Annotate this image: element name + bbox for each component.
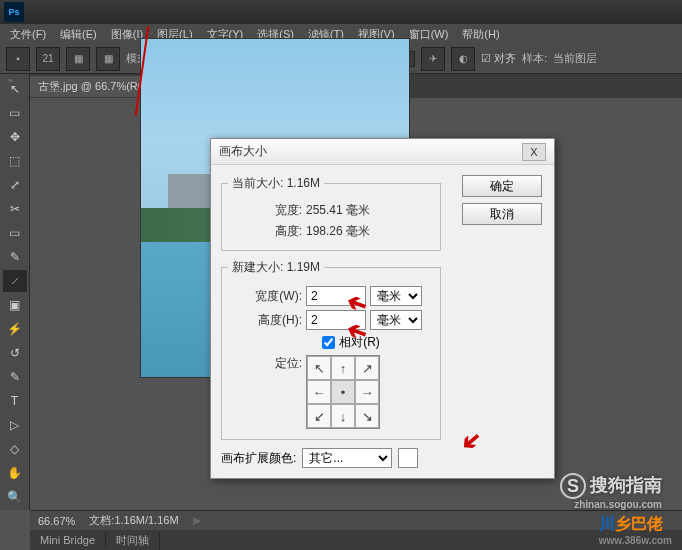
dialog-close-button[interactable]: X <box>522 143 546 161</box>
eraser-tool[interactable]: ⚡ <box>3 318 27 340</box>
cancel-button[interactable]: 取消 <box>462 203 542 225</box>
extend-color-swatch[interactable] <box>398 448 418 468</box>
brush-preset-icon[interactable]: 21 <box>36 47 60 71</box>
anchor-grid: ↖ ↑ ↗ ← • → ↙ ↓ ↘ <box>306 355 380 429</box>
current-size-group: 当前大小: 1.16M 宽度: 255.41 毫米 高度: 198.26 毫米 <box>221 175 441 251</box>
marquee-tool[interactable]: ▭ <box>3 102 27 124</box>
relative-label: 相对(R) <box>339 334 380 351</box>
brush-panel2-icon[interactable]: ▦ <box>96 47 120 71</box>
ok-button[interactable]: 确定 <box>462 175 542 197</box>
relative-checkbox[interactable] <box>322 336 335 349</box>
current-size-legend: 当前大小: 1.16M <box>228 175 324 192</box>
zoom-value[interactable]: 66.67% <box>38 515 75 527</box>
spot-heal-tool[interactable]: ▭ <box>3 222 27 244</box>
quick-select-tool[interactable]: ⬚ <box>3 150 27 172</box>
new-width-unit[interactable]: 毫米 <box>370 286 422 306</box>
flow-pressure-icon[interactable]: ◐ <box>451 47 475 71</box>
current-width-label: 宽度: <box>232 202 302 219</box>
bottom-panel-tabs: Mini Bridge 时间轴 <box>30 530 682 550</box>
airbrush-icon[interactable]: ✈ <box>421 47 445 71</box>
new-width-input[interactable] <box>306 286 366 306</box>
canvas-size-dialog: 画布大小 X 确定 取消 当前大小: 1.16M 宽度: 255.41 毫米 高… <box>210 138 555 479</box>
new-height-label: 高度(H): <box>232 312 302 329</box>
current-width-value: 255.41 毫米 <box>306 202 370 219</box>
sample-label: 样本: <box>522 51 547 66</box>
align-checkbox[interactable]: ☑ 对齐 <box>481 51 516 66</box>
hand-tool[interactable]: ✋ <box>3 462 27 484</box>
history-brush-tool[interactable]: ▣ <box>3 294 27 316</box>
tool-preset-icon[interactable]: ▪ <box>6 47 30 71</box>
dialog-title-bar[interactable]: 画布大小 X <box>211 139 554 165</box>
shape-tool[interactable]: ◇ <box>3 438 27 460</box>
new-width-label: 宽度(W): <box>232 288 302 305</box>
zoom-tool[interactable]: 🔍 <box>3 486 27 508</box>
menu-help[interactable]: 帮助(H) <box>456 25 505 44</box>
app-logo: Ps <box>4 2 24 22</box>
anchor-se[interactable]: ↘ <box>355 404 379 428</box>
extend-color-select[interactable]: 其它... <box>302 448 392 468</box>
clone-stamp-tool[interactable]: ⟋ <box>3 270 27 292</box>
tab-timeline[interactable]: 时间轴 <box>106 531 160 550</box>
brush-panel-icon[interactable]: ▦ <box>66 47 90 71</box>
menu-file[interactable]: 文件(F) <box>4 25 52 44</box>
extend-color-label: 画布扩展颜色: <box>221 450 296 467</box>
anchor-n[interactable]: ↑ <box>331 356 355 380</box>
new-height-unit[interactable]: 毫米 <box>370 310 422 330</box>
anchor-s[interactable]: ↓ <box>331 404 355 428</box>
anchor-e[interactable]: → <box>355 380 379 404</box>
move-tool[interactable]: ↖ <box>3 78 27 100</box>
tab-mini-bridge[interactable]: Mini Bridge <box>30 532 106 548</box>
gradient-tool[interactable]: ↺ <box>3 342 27 364</box>
anchor-ne[interactable]: ↗ <box>355 356 379 380</box>
brush-tool[interactable]: ✎ <box>3 246 27 268</box>
current-height-label: 高度: <box>232 223 302 240</box>
eyedropper-tool[interactable]: ✂ <box>3 198 27 220</box>
crop-tool[interactable]: ⤢ <box>3 174 27 196</box>
doc-size[interactable]: 文档:1.16M/1.16M <box>89 513 178 528</box>
extend-color-row: 画布扩展颜色: 其它... ➔ <box>221 448 544 468</box>
sogou-logo-icon: S <box>560 473 586 499</box>
annotation-arrow-swatch: ➔ <box>454 425 487 459</box>
path-select-tool[interactable]: ▷ <box>3 414 27 436</box>
menu-edit[interactable]: 编辑(E) <box>54 25 103 44</box>
new-size-group: 新建大小: 1.19M 宽度(W): 毫米 高度(H): 毫米 相对(R) 定位… <box>221 259 441 440</box>
watermark-url: zhinan.sogou.com <box>560 499 662 510</box>
sample-value[interactable]: 当前图层 <box>553 51 597 66</box>
type-tool[interactable]: T <box>3 390 27 412</box>
current-height-value: 198.26 毫米 <box>306 223 370 240</box>
pen-tool[interactable]: ✎ <box>3 366 27 388</box>
anchor-center[interactable]: • <box>331 380 355 404</box>
new-height-input[interactable] <box>306 310 366 330</box>
title-bar: Ps <box>0 0 682 24</box>
watermark-386w: 川乡巴佬 www.386w.com <box>599 514 672 546</box>
dialog-title: 画布大小 <box>219 143 267 160</box>
status-bar: 66.67% 文档:1.16M/1.16M ▶ <box>30 510 682 530</box>
watermark-sogou: S搜狗指南 zhinan.sogou.com <box>560 473 662 510</box>
tool-panel: » ↖ ▭ ✥ ⬚ ⤢ ✂ ▭ ✎ ⟋ ▣ ⚡ ↺ ✎ T ▷ ◇ ✋ 🔍 <box>0 74 30 510</box>
watermark2-url: www.386w.com <box>599 535 672 546</box>
lasso-tool[interactable]: ✥ <box>3 126 27 148</box>
anchor-label: 定位: <box>232 355 302 372</box>
new-size-legend: 新建大小: 1.19M <box>228 259 324 276</box>
menu-window[interactable]: 窗口(W) <box>403 25 455 44</box>
anchor-nw[interactable]: ↖ <box>307 356 331 380</box>
anchor-w[interactable]: ← <box>307 380 331 404</box>
status-arrow-icon[interactable]: ▶ <box>193 514 201 527</box>
anchor-sw[interactable]: ↙ <box>307 404 331 428</box>
